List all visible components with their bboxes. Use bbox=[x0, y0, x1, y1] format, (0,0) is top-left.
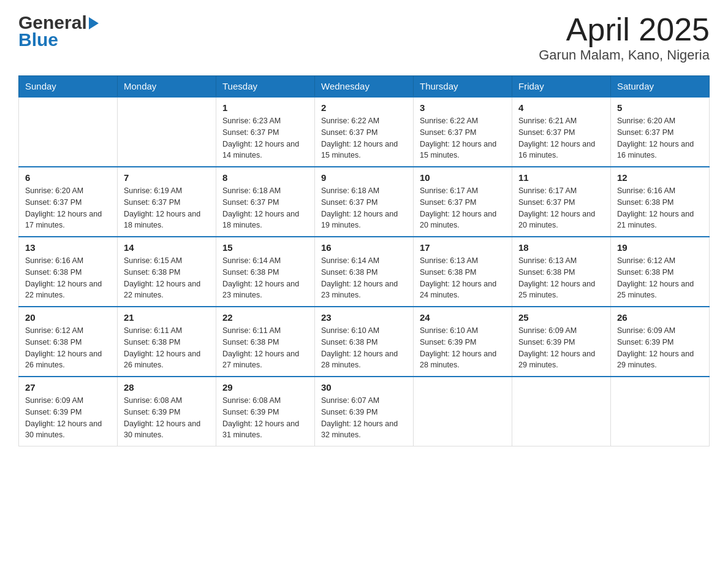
table-row: 14 Sunrise: 6:15 AMSunset: 6:38 PMDaylig… bbox=[118, 237, 216, 307]
day-number: 28 bbox=[124, 382, 210, 393]
table-row: 5 Sunrise: 6:20 AMSunset: 6:37 PMDayligh… bbox=[611, 97, 710, 167]
day-number: 3 bbox=[420, 102, 506, 113]
day-number: 30 bbox=[321, 382, 407, 393]
day-info: Sunrise: 6:21 AMSunset: 6:37 PMDaylight:… bbox=[518, 115, 604, 161]
day-number: 18 bbox=[518, 242, 604, 253]
table-row: 26 Sunrise: 6:09 AMSunset: 6:39 PMDaylig… bbox=[611, 307, 710, 377]
day-info: Sunrise: 6:10 AMSunset: 6:39 PMDaylight:… bbox=[420, 325, 506, 371]
table-row: 27 Sunrise: 6:09 AMSunset: 6:39 PMDaylig… bbox=[19, 377, 118, 446]
table-row bbox=[611, 377, 710, 446]
table-row: 22 Sunrise: 6:11 AMSunset: 6:38 PMDaylig… bbox=[216, 307, 315, 377]
day-number: 15 bbox=[222, 242, 308, 253]
day-number: 17 bbox=[420, 242, 506, 253]
table-row: 28 Sunrise: 6:08 AMSunset: 6:39 PMDaylig… bbox=[118, 377, 216, 446]
day-info: Sunrise: 6:12 AMSunset: 6:38 PMDaylight:… bbox=[617, 255, 703, 301]
table-row: 30 Sunrise: 6:07 AMSunset: 6:39 PMDaylig… bbox=[315, 377, 414, 446]
day-info: Sunrise: 6:13 AMSunset: 6:38 PMDaylight:… bbox=[518, 255, 604, 301]
table-row: 9 Sunrise: 6:18 AMSunset: 6:37 PMDayligh… bbox=[315, 167, 414, 237]
day-number: 5 bbox=[617, 102, 703, 113]
table-row: 29 Sunrise: 6:08 AMSunset: 6:39 PMDaylig… bbox=[216, 377, 315, 446]
day-info: Sunrise: 6:09 AMSunset: 6:39 PMDaylight:… bbox=[518, 325, 604, 371]
day-info: Sunrise: 6:17 AMSunset: 6:37 PMDaylight:… bbox=[518, 185, 604, 231]
table-row: 20 Sunrise: 6:12 AMSunset: 6:38 PMDaylig… bbox=[19, 307, 118, 377]
day-info: Sunrise: 6:20 AMSunset: 6:37 PMDaylight:… bbox=[617, 115, 703, 161]
table-row: 19 Sunrise: 6:12 AMSunset: 6:38 PMDaylig… bbox=[611, 237, 710, 307]
table-row: 2 Sunrise: 6:22 AMSunset: 6:37 PMDayligh… bbox=[315, 97, 414, 167]
calendar-week-3: 13 Sunrise: 6:16 AMSunset: 6:38 PMDaylig… bbox=[19, 237, 710, 307]
table-row: 6 Sunrise: 6:20 AMSunset: 6:37 PMDayligh… bbox=[19, 167, 118, 237]
day-number: 8 bbox=[222, 172, 308, 183]
day-info: Sunrise: 6:11 AMSunset: 6:38 PMDaylight:… bbox=[222, 325, 308, 371]
day-number: 23 bbox=[321, 312, 407, 323]
table-row: 17 Sunrise: 6:13 AMSunset: 6:38 PMDaylig… bbox=[414, 237, 512, 307]
day-info: Sunrise: 6:18 AMSunset: 6:37 PMDaylight:… bbox=[222, 185, 308, 231]
page-header: General Blue April 2025 Garun Malam, Kan… bbox=[18, 12, 710, 63]
day-info: Sunrise: 6:14 AMSunset: 6:38 PMDaylight:… bbox=[222, 255, 308, 301]
day-number: 20 bbox=[25, 312, 111, 323]
day-info: Sunrise: 6:09 AMSunset: 6:39 PMDaylight:… bbox=[617, 325, 703, 371]
day-info: Sunrise: 6:16 AMSunset: 6:38 PMDaylight:… bbox=[617, 185, 703, 231]
table-row: 11 Sunrise: 6:17 AMSunset: 6:37 PMDaylig… bbox=[512, 167, 611, 237]
day-info: Sunrise: 6:18 AMSunset: 6:37 PMDaylight:… bbox=[321, 185, 407, 231]
day-number: 11 bbox=[518, 172, 604, 183]
day-number: 14 bbox=[124, 242, 210, 253]
table-row bbox=[414, 377, 512, 446]
day-number: 13 bbox=[25, 242, 111, 253]
day-number: 21 bbox=[124, 312, 210, 323]
day-number: 2 bbox=[321, 102, 407, 113]
day-info: Sunrise: 6:08 AMSunset: 6:39 PMDaylight:… bbox=[222, 395, 308, 441]
header-tuesday: Tuesday bbox=[216, 76, 315, 98]
header-monday: Monday bbox=[118, 76, 216, 98]
header-sunday: Sunday bbox=[19, 76, 118, 98]
day-number: 9 bbox=[321, 172, 407, 183]
day-info: Sunrise: 6:17 AMSunset: 6:37 PMDaylight:… bbox=[420, 185, 506, 231]
table-row: 16 Sunrise: 6:14 AMSunset: 6:38 PMDaylig… bbox=[315, 237, 414, 307]
calendar-subtitle: Garun Malam, Kano, Nigeria bbox=[539, 47, 710, 63]
calendar-table: Sunday Monday Tuesday Wednesday Thursday… bbox=[18, 75, 710, 446]
day-info: Sunrise: 6:16 AMSunset: 6:38 PMDaylight:… bbox=[25, 255, 111, 301]
table-row: 3 Sunrise: 6:22 AMSunset: 6:37 PMDayligh… bbox=[414, 97, 512, 167]
day-number: 12 bbox=[617, 172, 703, 183]
logo-blue-text: Blue bbox=[18, 29, 99, 50]
table-row: 24 Sunrise: 6:10 AMSunset: 6:39 PMDaylig… bbox=[414, 307, 512, 377]
day-info: Sunrise: 6:19 AMSunset: 6:37 PMDaylight:… bbox=[124, 185, 210, 231]
table-row bbox=[19, 97, 118, 167]
table-row: 15 Sunrise: 6:14 AMSunset: 6:38 PMDaylig… bbox=[216, 237, 315, 307]
day-info: Sunrise: 6:15 AMSunset: 6:38 PMDaylight:… bbox=[124, 255, 210, 301]
day-number: 6 bbox=[25, 172, 111, 183]
day-number: 7 bbox=[124, 172, 210, 183]
table-row: 4 Sunrise: 6:21 AMSunset: 6:37 PMDayligh… bbox=[512, 97, 611, 167]
header-wednesday: Wednesday bbox=[315, 76, 414, 98]
calendar-week-1: 1 Sunrise: 6:23 AMSunset: 6:37 PMDayligh… bbox=[19, 97, 710, 167]
calendar-header-row: Sunday Monday Tuesday Wednesday Thursday… bbox=[19, 76, 710, 98]
header-saturday: Saturday bbox=[611, 76, 710, 98]
day-info: Sunrise: 6:22 AMSunset: 6:37 PMDaylight:… bbox=[420, 115, 506, 161]
day-number: 26 bbox=[617, 312, 703, 323]
header-friday: Friday bbox=[512, 76, 611, 98]
table-row: 10 Sunrise: 6:17 AMSunset: 6:37 PMDaylig… bbox=[414, 167, 512, 237]
header-thursday: Thursday bbox=[414, 76, 512, 98]
table-row: 13 Sunrise: 6:16 AMSunset: 6:38 PMDaylig… bbox=[19, 237, 118, 307]
day-number: 29 bbox=[222, 382, 308, 393]
logo: General Blue bbox=[18, 12, 99, 50]
day-number: 19 bbox=[617, 242, 703, 253]
day-info: Sunrise: 6:14 AMSunset: 6:38 PMDaylight:… bbox=[321, 255, 407, 301]
day-info: Sunrise: 6:10 AMSunset: 6:38 PMDaylight:… bbox=[321, 325, 407, 371]
day-number: 1 bbox=[222, 102, 308, 113]
logo-arrow-icon bbox=[89, 17, 99, 29]
day-info: Sunrise: 6:12 AMSunset: 6:38 PMDaylight:… bbox=[25, 325, 111, 371]
calendar-week-5: 27 Sunrise: 6:09 AMSunset: 6:39 PMDaylig… bbox=[19, 377, 710, 446]
day-number: 25 bbox=[518, 312, 604, 323]
day-info: Sunrise: 6:09 AMSunset: 6:39 PMDaylight:… bbox=[25, 395, 111, 441]
table-row: 8 Sunrise: 6:18 AMSunset: 6:37 PMDayligh… bbox=[216, 167, 315, 237]
table-row: 18 Sunrise: 6:13 AMSunset: 6:38 PMDaylig… bbox=[512, 237, 611, 307]
day-number: 22 bbox=[222, 312, 308, 323]
day-number: 10 bbox=[420, 172, 506, 183]
day-number: 4 bbox=[518, 102, 604, 113]
day-info: Sunrise: 6:23 AMSunset: 6:37 PMDaylight:… bbox=[222, 115, 308, 161]
table-row: 21 Sunrise: 6:11 AMSunset: 6:38 PMDaylig… bbox=[118, 307, 216, 377]
day-info: Sunrise: 6:11 AMSunset: 6:38 PMDaylight:… bbox=[124, 325, 210, 371]
table-row: 12 Sunrise: 6:16 AMSunset: 6:38 PMDaylig… bbox=[611, 167, 710, 237]
day-info: Sunrise: 6:22 AMSunset: 6:37 PMDaylight:… bbox=[321, 115, 407, 161]
day-info: Sunrise: 6:13 AMSunset: 6:38 PMDaylight:… bbox=[420, 255, 506, 301]
